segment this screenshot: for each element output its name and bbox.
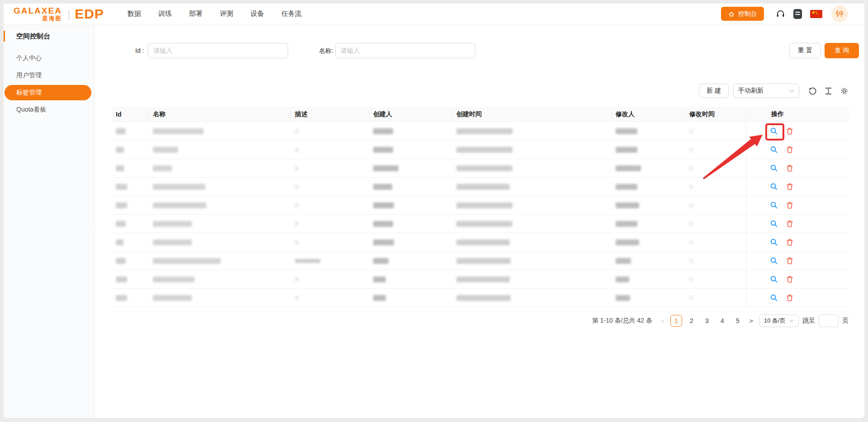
user-avatar[interactable]: 钟: [831, 5, 848, 22]
column-header: 操作: [746, 107, 849, 122]
magnifier-icon: [770, 275, 778, 283]
view-button[interactable]: [770, 127, 778, 135]
cell: [149, 289, 291, 307]
terminal-book-icon[interactable]: [793, 9, 802, 19]
actions-cell: [746, 215, 849, 233]
app-shell: 空间控制台 个人中心用户管理标签管理Quota看板 Id : 名称: 重 置 查…: [4, 24, 864, 418]
sidebar-item-2[interactable]: 用户管理: [4, 67, 94, 84]
tags-table: Id名称描述创建人创建时间修改人修改时间操作: [112, 107, 849, 307]
sidebar-item-4[interactable]: Quota看板: [4, 101, 94, 118]
cell: [685, 178, 746, 196]
table-row: [112, 196, 849, 215]
blurred-text: [616, 147, 637, 153]
page-list: 12345: [670, 315, 744, 327]
cell: [369, 141, 452, 159]
id-filter-input[interactable]: [148, 43, 288, 58]
cell: [112, 270, 149, 288]
view-button[interactable]: [770, 145, 778, 154]
actions-cell: [746, 122, 849, 140]
new-button[interactable]: 新 建: [699, 84, 729, 98]
avatar-text: 钟: [836, 9, 844, 19]
china-flag-icon[interactable]: ★ ★ ★: [810, 10, 822, 18]
page-size-select[interactable]: 10 条/页: [759, 314, 799, 327]
delete-button[interactable]: [786, 183, 794, 191]
nav-item-4[interactable]: 评测: [220, 9, 233, 18]
cell: [452, 270, 612, 288]
cell: [112, 289, 149, 307]
blurred-text: [689, 166, 693, 170]
blurred-text: [689, 129, 693, 133]
page-button-1[interactable]: 1: [670, 315, 682, 327]
blurred-text: [689, 222, 693, 226]
column-header: 修改时间: [685, 107, 746, 122]
page-button-3[interactable]: 3: [701, 315, 713, 327]
cell: [112, 196, 149, 214]
name-filter-input[interactable]: [335, 43, 475, 58]
actions-cell: [746, 159, 849, 177]
blurred-text: [689, 148, 693, 152]
blurred-text: [456, 221, 512, 227]
delete-button[interactable]: [786, 275, 794, 283]
cell: [452, 159, 612, 177]
reset-button[interactable]: 重 置: [789, 43, 821, 58]
view-button[interactable]: [770, 220, 778, 228]
blurred-text: [116, 221, 126, 227]
nav-item-3[interactable]: 部署: [189, 9, 203, 18]
gear-icon[interactable]: [840, 87, 849, 95]
view-button[interactable]: [770, 257, 778, 265]
search-button[interactable]: 查 询: [825, 43, 859, 58]
cell: [369, 122, 452, 140]
cell: [291, 178, 369, 196]
blurred-text: [373, 239, 394, 245]
console-button[interactable]: 控制台: [721, 7, 764, 21]
page-button-5[interactable]: 5: [732, 315, 744, 327]
delete-button[interactable]: [786, 127, 794, 135]
sidebar: 空间控制台 个人中心用户管理标签管理Quota看板: [4, 24, 95, 418]
nav-item-6[interactable]: 任务流: [281, 9, 302, 18]
jump-label: 跳至: [802, 317, 815, 325]
id-filter-label: Id :: [135, 43, 144, 58]
table-row: [112, 159, 849, 178]
cell: [612, 252, 685, 270]
sidebar-item-1[interactable]: 个人中心: [4, 50, 94, 67]
nav-item-5[interactable]: 设备: [251, 9, 264, 18]
delete-button[interactable]: [786, 220, 794, 228]
delete-button[interactable]: [786, 294, 794, 302]
view-button[interactable]: [770, 238, 778, 246]
delete-button[interactable]: [786, 257, 794, 265]
cell: [291, 270, 369, 288]
next-page-button[interactable]: >: [747, 317, 755, 324]
delete-button[interactable]: [786, 238, 794, 246]
blurred-text: [153, 128, 204, 134]
blurred-text: [616, 239, 639, 245]
delete-button[interactable]: [786, 145, 794, 154]
nav-item-2[interactable]: 训练: [158, 9, 172, 18]
blurred-text: [373, 295, 386, 301]
view-button[interactable]: [770, 201, 778, 209]
column-height-icon[interactable]: [825, 87, 832, 95]
view-button[interactable]: [770, 164, 778, 172]
view-button[interactable]: [770, 275, 778, 283]
delete-button[interactable]: [786, 201, 794, 209]
refresh-mode-select[interactable]: 手动刷新: [733, 84, 799, 98]
cell: [685, 233, 746, 251]
jump-page-input[interactable]: [819, 314, 839, 327]
page-button-4[interactable]: 4: [716, 315, 728, 327]
prev-page-button[interactable]: <: [659, 317, 667, 324]
headset-icon[interactable]: [776, 9, 785, 19]
view-button[interactable]: [770, 294, 778, 302]
delete-button[interactable]: [786, 164, 794, 172]
actions-cell: [746, 270, 849, 288]
cell: [149, 178, 291, 196]
blurred-text: [116, 258, 126, 264]
reload-icon[interactable]: [808, 87, 817, 95]
top-nav: 数据训练部署评测设备任务流: [128, 9, 302, 18]
blurred-text: [295, 296, 299, 300]
view-button[interactable]: [770, 183, 778, 191]
sidebar-item-3[interactable]: 标签管理: [5, 85, 91, 100]
nav-item-1[interactable]: 数据: [128, 9, 141, 18]
blurred-text: [689, 296, 693, 300]
blurred-text: [456, 239, 510, 245]
page-button-2[interactable]: 2: [686, 315, 697, 327]
chevron-down-icon: [789, 89, 794, 93]
